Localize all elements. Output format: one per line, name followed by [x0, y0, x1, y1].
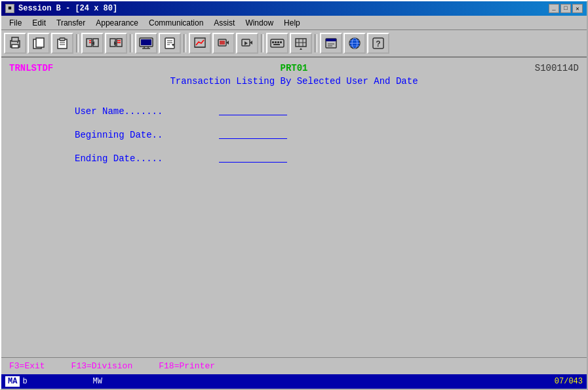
svg-point-3: [17, 42, 18, 43]
f18-key[interactable]: F18=Printer: [159, 361, 215, 371]
menu-bar: File Edit Transfer Appearance Communicat…: [1, 16, 587, 30]
screen-title: Transaction Listing By Selected User And…: [9, 76, 579, 87]
toolbar-config-button[interactable]: [159, 33, 181, 54]
svg-marker-37: [245, 41, 248, 45]
mode-indicator: MA: [5, 376, 20, 387]
beginning-date-label: Beginning Date..: [75, 130, 219, 140]
user-name-row: User Name....... __________: [75, 106, 579, 117]
separator-3: [184, 34, 186, 52]
user-name-label: User Name.......: [75, 106, 219, 117]
toolbar-transfer-left-button[interactable]: [81, 33, 104, 54]
menu-assist[interactable]: Assist: [208, 17, 240, 29]
menu-window[interactable]: Window: [240, 17, 279, 29]
toolbar-play-button[interactable]: [236, 33, 258, 54]
close-button[interactable]: ✕: [572, 4, 583, 13]
svg-rect-34: [220, 41, 225, 45]
beginning-date-row: Beginning Date.. __________: [75, 130, 579, 140]
minimize-button[interactable]: _: [549, 4, 559, 13]
svg-rect-7: [60, 38, 65, 41]
separator-4: [261, 34, 264, 52]
svg-rect-42: [280, 41, 282, 43]
svg-rect-25: [165, 38, 174, 49]
separator-1: [76, 34, 79, 52]
toolbar-copy-button[interactable]: [28, 33, 50, 54]
svg-text:?: ?: [376, 39, 380, 49]
menu-appearance[interactable]: Appearance: [90, 17, 144, 29]
toolbar-globe-button[interactable]: [343, 33, 366, 54]
svg-rect-43: [273, 44, 280, 45]
toolbar: ?: [1, 30, 587, 58]
toolbar-transfer-right-button[interactable]: [105, 33, 127, 54]
printer-name: PRT01: [280, 63, 307, 73]
f3-key[interactable]: F3=Exit: [9, 361, 45, 371]
toolbar-record-button[interactable]: [212, 33, 235, 54]
toolbar-print-button[interactable]: [4, 33, 26, 54]
content-area: TRNLSTDF PRT01 S100114D Transaction List…: [1, 58, 587, 389]
svg-rect-50: [326, 39, 336, 41]
title-bar-left: ■ Session B - [24 x 80]: [5, 4, 117, 13]
user-name-input[interactable]: __________: [219, 106, 287, 117]
svg-rect-1: [12, 37, 18, 41]
menu-help[interactable]: Help: [279, 17, 305, 29]
separator-5: [315, 34, 317, 52]
svg-rect-41: [277, 41, 279, 43]
terminal-screen: TRNLSTDF PRT01 S100114D Transaction List…: [1, 58, 587, 389]
maximize-button[interactable]: □: [560, 4, 571, 13]
terminal-header: TRNLSTDF PRT01 S100114D: [9, 63, 579, 73]
program-name: TRNLSTDF: [9, 63, 53, 73]
menu-file[interactable]: File: [4, 17, 27, 29]
menu-edit[interactable]: Edit: [27, 17, 51, 29]
f13-key[interactable]: F13=Division: [71, 361, 133, 371]
form-area: User Name....... __________ Beginning Da…: [9, 106, 579, 164]
ending-date-row: Ending Date..... __________: [75, 153, 579, 164]
svg-rect-5: [36, 38, 44, 47]
ending-date-input[interactable]: __________: [219, 153, 287, 164]
function-keys-bar: F3=Exit F13=Division F18=Printer: [1, 357, 587, 374]
encoding-indicator: MW: [93, 377, 102, 386]
menu-transfer[interactable]: Transfer: [51, 17, 90, 29]
screen-id: S100114D: [535, 63, 579, 73]
toolbar-keys-button[interactable]: [266, 33, 288, 54]
position-indicator: 07/043: [555, 377, 583, 386]
window-frame: ■ Session B - [24 x 80] _ □ ✕ File Edit …: [0, 0, 588, 390]
beginning-date-input[interactable]: __________: [219, 130, 287, 140]
title-bar: ■ Session B - [24 x 80] _ □ ✕: [1, 1, 587, 16]
toolbar-chart-button[interactable]: [189, 33, 211, 54]
menu-communication[interactable]: Communication: [144, 17, 208, 29]
toolbar-map-button[interactable]: [290, 33, 312, 54]
window-title: Session B - [24 x 80]: [18, 4, 117, 13]
toolbar-paste-button[interactable]: [51, 33, 73, 54]
title-icon: ■: [5, 4, 14, 13]
svg-rect-24: [141, 39, 151, 45]
svg-rect-39: [272, 41, 274, 43]
title-controls: _ □ ✕: [549, 4, 583, 13]
toolbar-screen-button[interactable]: [135, 33, 157, 54]
svg-rect-40: [275, 41, 277, 43]
status-bar: MA b MW 07/043: [1, 374, 587, 389]
svg-rect-2: [12, 45, 18, 48]
session-indicator: b: [22, 377, 27, 386]
svg-marker-48: [300, 48, 302, 50]
toolbar-session-button[interactable]: [320, 33, 342, 54]
ending-date-label: Ending Date.....: [75, 153, 219, 164]
separator-2: [130, 34, 132, 52]
toolbar-help-button[interactable]: ?: [367, 33, 389, 54]
